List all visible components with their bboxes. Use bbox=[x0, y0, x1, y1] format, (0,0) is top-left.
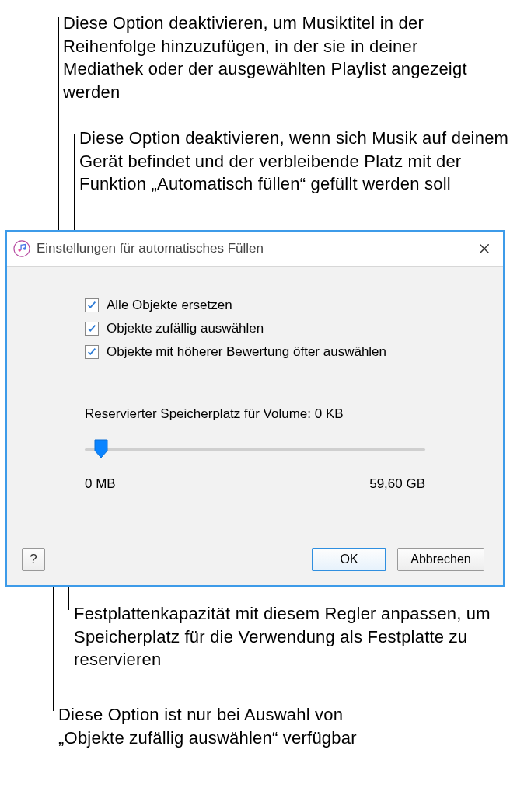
callout-slider: Festplattenkapazität mit diesem Regler a… bbox=[74, 602, 509, 671]
slider-thumb[interactable] bbox=[94, 439, 108, 462]
slider-max-label: 59,60 GB bbox=[369, 476, 425, 492]
checkbox-row-higher-rating: Objekte mit höherer Bewertung öfter ausw… bbox=[85, 344, 503, 360]
checkbox-higher-rating[interactable] bbox=[85, 345, 99, 359]
slider-track bbox=[85, 448, 425, 451]
callout-random-order: Diese Option deaktivieren, um Musiktitel… bbox=[63, 12, 498, 104]
help-button[interactable]: ? bbox=[22, 548, 45, 571]
reserved-space-slider[interactable] bbox=[85, 439, 425, 459]
checkbox-label: Alle Objekte ersetzen bbox=[107, 298, 232, 313]
callout-replace-items: Diese Option deaktivieren, wenn sich Mus… bbox=[79, 127, 515, 196]
ok-button[interactable]: OK bbox=[312, 548, 386, 571]
cancel-button[interactable]: Abbrechen bbox=[397, 548, 484, 571]
checkbox-label: Objekte zufällig auswählen bbox=[107, 321, 264, 336]
slider-limits: 0 MB 59,60 GB bbox=[85, 476, 425, 492]
reserved-space-label: Reservierter Speicherplatz für Volume: 0… bbox=[85, 406, 503, 422]
button-row: OK Abbrechen bbox=[312, 548, 484, 571]
checkbox-replace-all[interactable] bbox=[85, 298, 99, 312]
checkbox-label: Objekte mit höherer Bewertung öfter ausw… bbox=[107, 344, 386, 360]
callout-higher-rating: Diese Option ist nur bei Auswahl von „Ob… bbox=[58, 703, 385, 749]
itunes-icon bbox=[13, 240, 30, 257]
checkbox-row-replace-all: Alle Objekte ersetzen bbox=[85, 298, 503, 313]
dialog-title: Einstellungen für automatisches Füllen bbox=[37, 241, 264, 256]
svg-point-0 bbox=[14, 241, 30, 256]
close-button[interactable] bbox=[475, 239, 494, 258]
slider-min-label: 0 MB bbox=[85, 476, 116, 492]
dialog-autofill-settings: Einstellungen für automatisches Füllen A… bbox=[5, 230, 505, 587]
checkbox-row-random: Objekte zufällig auswählen bbox=[85, 321, 503, 336]
dialog-content: Alle Objekte ersetzen Objekte zufällig a… bbox=[7, 267, 503, 585]
titlebar: Einstellungen für automatisches Füllen bbox=[7, 232, 503, 267]
checkbox-random[interactable] bbox=[85, 322, 99, 336]
